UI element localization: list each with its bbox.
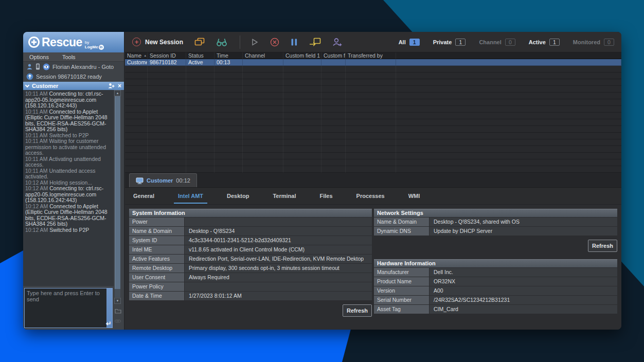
chat-send-strip[interactable]: ↵ (106, 288, 112, 328)
table-row-empty (125, 166, 621, 173)
scroll-down-button[interactable]: ▾ (114, 298, 121, 304)
info-row: Active FeaturesRedirection Port, Serial-… (129, 255, 372, 263)
table-cell-empty (321, 66, 346, 73)
log-message: Holding session... (49, 179, 92, 186)
info-label: User Consent (129, 273, 184, 282)
start-session-button[interactable] (251, 38, 259, 46)
chat-input[interactable] (25, 288, 106, 328)
chevron-down-icon[interactable] (25, 83, 29, 87)
send-link-button[interactable] (114, 317, 121, 324)
table-cell-empty (125, 159, 148, 166)
table-cell-empty (186, 146, 214, 153)
column-header-status[interactable]: Status (186, 52, 214, 59)
menu-tools[interactable]: Tools (62, 54, 76, 60)
table-cell-empty (214, 139, 243, 146)
refresh-network-settings-button[interactable]: Refresh (588, 240, 617, 252)
column-header-channel[interactable]: Channel (243, 52, 283, 59)
tab-intel-amt[interactable]: Intel AMT (174, 189, 207, 204)
filter-label: Monitored (573, 39, 600, 45)
new-session-button[interactable]: + New Session (132, 38, 183, 46)
filter-active[interactable]: Active1 (529, 39, 560, 46)
send-file-button[interactable] (114, 307, 121, 314)
table-cell-empty (125, 86, 148, 93)
table-cell-empty (214, 153, 243, 159)
tab-files[interactable]: Files (316, 189, 337, 204)
network-settings-panel: Network Settings Name & DomainDesktop - … (374, 209, 617, 236)
table-cell-empty (346, 153, 396, 159)
column-header-session-id[interactable]: Session ID (148, 52, 186, 59)
table-row-empty (125, 139, 621, 146)
table-cell-empty (283, 119, 321, 126)
table-cell-empty (346, 113, 396, 119)
scroll-up-button[interactable]: ▴ (114, 90, 121, 96)
column-header-custom-field-1[interactable]: Custom field 1 (283, 52, 321, 59)
filter-monitored[interactable]: Monitored0 (573, 39, 614, 46)
tab-wmi[interactable]: WMI (404, 189, 424, 204)
table-cell-empty (321, 113, 346, 119)
invite-technician-button[interactable] (332, 38, 343, 47)
table-cell-empty (321, 133, 346, 139)
main-toolbar: + New Session (125, 32, 621, 52)
monitor-technicians-button[interactable] (216, 38, 227, 47)
session-table: Name▴Session IDStatusTimeChannelCustom f… (125, 52, 621, 173)
table-cell-empty (148, 73, 186, 79)
menu-options[interactable]: Options (29, 54, 49, 60)
chat-box: ↵ (24, 288, 113, 328)
brand-byline: by LogMeIn (85, 41, 104, 50)
column-header-custom-fiel[interactable]: Custom fiel (321, 52, 346, 59)
filter-private[interactable]: Private1 (433, 39, 466, 46)
table-row-empty (125, 79, 621, 86)
log-time: 10:11 AM (25, 90, 49, 97)
filter-channel[interactable]: Channel0 (479, 39, 515, 46)
hold-session-button[interactable] (291, 38, 298, 46)
info-label: Date & Time (129, 292, 184, 300)
table-cell-empty (243, 166, 283, 173)
table-cell-empty (186, 93, 214, 99)
brand-header: Rescue by LogMeIn (23, 32, 124, 52)
tab-general[interactable]: General (129, 189, 158, 204)
column-header-transferred-by[interactable]: Transferred by (346, 52, 396, 59)
table-cell-empty (283, 66, 321, 73)
log-scrollbar-thumb[interactable] (115, 96, 120, 289)
log-message: Switched to P2P (49, 227, 89, 233)
table-cell-empty (396, 86, 621, 93)
end-session-button[interactable] (270, 38, 279, 47)
info-row: Name & DomainDesktop - Q!8S234 (129, 227, 372, 236)
table-cell: Active (186, 59, 214, 66)
filter-count-badge: 0 (604, 39, 614, 46)
log-entry: 10:12 AM Connected to Applet (Elliptic C… (25, 204, 112, 227)
table-cell-empty (214, 126, 243, 133)
column-header-name[interactable]: Name▴ (125, 52, 148, 59)
column-header-time[interactable]: Time (214, 52, 243, 59)
filter-all[interactable]: All1 (399, 39, 420, 46)
transfer-session-button[interactable] (309, 38, 321, 46)
tab-desktop[interactable]: Desktop (223, 189, 253, 204)
log-time: 10:11 AM (25, 132, 49, 138)
table-row-selected[interactable]: Customer986710182Active00:13 (125, 59, 621, 66)
info-value: Always Required (185, 273, 372, 282)
log-entry: 10:11 AM Connected to Applet (Elliptic C… (25, 109, 112, 133)
table-cell-empty (283, 79, 321, 86)
log-time: 10:12 AM (25, 179, 49, 186)
table-cell-empty (396, 119, 621, 126)
enter-icon[interactable]: ↵ (106, 320, 112, 328)
session-tab-customer[interactable]: Customer 00:12 (129, 173, 197, 187)
table-cell-empty (148, 133, 186, 139)
table-cell-empty (214, 159, 243, 166)
customer-panel-header[interactable]: Customer × (23, 82, 124, 90)
tab-processes[interactable]: Processes (352, 189, 389, 204)
refresh-system-info-button[interactable]: Refresh (343, 304, 372, 317)
session-tab-name: Customer (147, 177, 173, 184)
table-cell-empty (346, 93, 396, 99)
table-cell (321, 59, 346, 66)
table-header-row: Name▴Session IDStatusTimeChannelCustom f… (125, 52, 621, 59)
table-cell-empty (186, 86, 214, 93)
info-label: System ID (129, 236, 184, 245)
sidebar-rail: ▴ ▾ (114, 90, 121, 327)
table-row-empty (125, 99, 621, 106)
log-entry: 10:11 AM Waiting for customer permission… (25, 138, 112, 156)
invite-to-session-icon[interactable] (108, 83, 115, 89)
tab-terminal[interactable]: Terminal (269, 189, 300, 204)
connect-computers-button[interactable] (194, 38, 205, 46)
close-icon[interactable]: × (118, 83, 121, 89)
